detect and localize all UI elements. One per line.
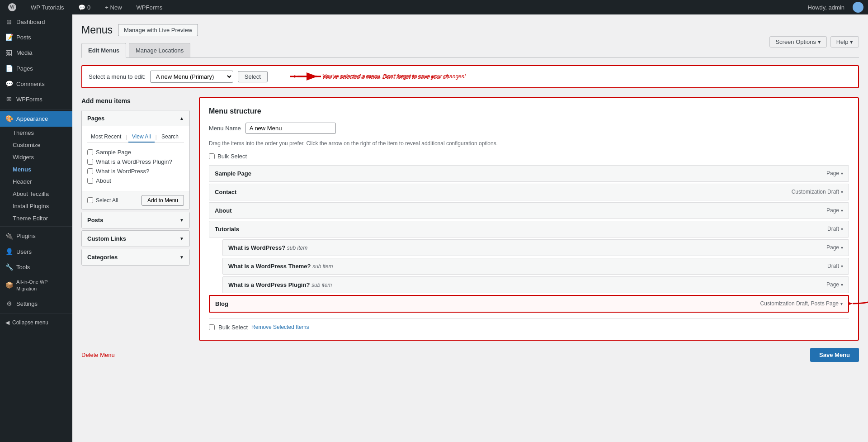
menu-name-input[interactable]	[245, 123, 336, 134]
custom-links-title: Custom Links	[87, 235, 126, 242]
menu-item-what-is-theme-label: What is a WordPress Theme? sub item	[228, 263, 333, 270]
select-all-checkbox[interactable]	[87, 197, 93, 203]
sidebar-item-header[interactable]: Header	[0, 176, 72, 188]
menu-item-what-is-plugin-chevron[interactable]: ▾	[841, 282, 843, 287]
select-menu-btn[interactable]: Select	[238, 71, 268, 82]
sidebar-item-widgets[interactable]: Widgets	[0, 151, 72, 163]
categories-accordion: Categories ▼	[81, 249, 190, 266]
menu-item-blog[interactable]: Blog Customization Draft, Posts Page ▾	[209, 295, 849, 313]
screen-options-btn[interactable]: Screen Options ▾	[769, 36, 826, 48]
custom-links-accordion: Custom Links ▼	[81, 230, 190, 247]
sidebar-label-dashboard: Dashboard	[16, 18, 45, 26]
add-menu-items-title: Add menu items	[81, 97, 190, 105]
menu-item-what-is-wordpress[interactable]: What is WordPress? sub item Page ▾	[222, 239, 849, 256]
menu-item-contact-chevron[interactable]: ▾	[841, 190, 843, 195]
wpforms-bar-link[interactable]: WPForms	[133, 2, 166, 13]
screen-options-label: Screen Options	[775, 38, 816, 45]
menu-item-contact-label: Contact	[215, 189, 236, 195]
menu-item-about[interactable]: About Page ▾	[209, 202, 849, 219]
tab-most-recent[interactable]: Most Recent	[87, 132, 125, 143]
menu-item-what-is-plugin-type: Page ▾	[826, 281, 843, 288]
sidebar-item-comments[interactable]: 💬 Comments	[0, 76, 72, 92]
categories-accordion-header[interactable]: Categories ▼	[82, 249, 189, 265]
bulk-select-top-checkbox[interactable]	[209, 153, 215, 159]
sidebar-label-plugins: Plugins	[16, 232, 36, 240]
sidebar-label-posts-text: Posts	[16, 33, 31, 42]
bulk-select-bottom-label: Bulk Select	[218, 324, 248, 331]
pages-accordion-header[interactable]: Pages ▲	[82, 110, 189, 126]
tab-manage-locations[interactable]: Manage Locations	[129, 43, 190, 57]
tab-view-all[interactable]: View All	[128, 132, 155, 143]
sidebar-item-dashboard[interactable]: ⊞ Dashboard	[0, 14, 72, 30]
menu-item-sample-page-chevron[interactable]: ▾	[841, 171, 843, 176]
wpforms-icon: ✉	[5, 96, 13, 103]
sidebar-item-appearance[interactable]: 🎨 Appearance	[0, 111, 72, 127]
comments-link[interactable]: 💬 0	[75, 2, 94, 13]
menu-item-blog-chevron[interactable]: ▾	[840, 301, 843, 306]
collapse-menu-btn[interactable]: ◀ Collapse menu	[0, 316, 72, 329]
sidebar-label-tools: Tools	[16, 263, 30, 271]
tab-nav: Edit Menus Manage Locations	[81, 43, 859, 58]
menu-item-what-is-wordpress-chevron[interactable]: ▾	[841, 245, 843, 250]
sidebar-item-menus[interactable]: Menus	[0, 163, 72, 176]
sidebar-item-about-teczilla[interactable]: About Teczilla	[0, 188, 72, 200]
sidebar-item-wpforms[interactable]: ✉ WPForms	[0, 92, 72, 107]
sidebar-item-pages[interactable]: 📄 Pages	[0, 61, 72, 76]
bulk-select-top-row: Bulk Select	[209, 153, 849, 160]
menu-item-tutorials[interactable]: Tutorials Draft ▾	[209, 221, 849, 238]
menu-item-what-is-theme-chevron[interactable]: ▾	[841, 264, 843, 269]
posts-accordion-title: Posts	[87, 217, 103, 223]
page-checkbox-about[interactable]	[87, 178, 93, 184]
page-checkbox-wp-plugin[interactable]	[87, 159, 93, 165]
page-checkbox-wp[interactable]	[87, 168, 93, 174]
sidebar-item-themes[interactable]: Themes	[0, 127, 72, 139]
sidebar-item-plugins[interactable]: 🔌 Plugins	[0, 228, 72, 244]
menu-item-what-is-plugin[interactable]: What is a WordPress Plugin? sub item Pag…	[222, 276, 849, 293]
sidebar-item-settings[interactable]: ⚙ Settings	[0, 296, 72, 312]
custom-links-accordion-header[interactable]: Custom Links ▼	[82, 231, 189, 247]
menu-item-sample-page-type: Page ▾	[826, 170, 843, 176]
help-btn[interactable]: Help ▾	[830, 36, 859, 48]
menu-item-about-chevron[interactable]: ▾	[841, 208, 843, 213]
add-to-menu-btn[interactable]: Add to Menu	[142, 195, 184, 206]
sidebar-item-posts[interactable]: 📝 Dashboard Posts	[0, 30, 72, 45]
posts-chevron-icon: ▼	[179, 218, 184, 223]
menu-item-contact-type: Customization Draft ▾	[792, 189, 843, 195]
user-avatar[interactable]	[853, 2, 863, 13]
save-menu-btn[interactable]: Save Menu	[810, 348, 859, 362]
page-checkbox-sample[interactable]	[87, 149, 93, 155]
sidebar-item-media[interactable]: 🖼 Media	[0, 45, 72, 61]
tab-search[interactable]: Search	[158, 132, 182, 143]
manage-live-preview-btn[interactable]: Manage with Live Preview	[118, 24, 198, 36]
sidebar-item-customize[interactable]: Customize	[0, 139, 72, 151]
bulk-select-bottom-checkbox[interactable]	[209, 324, 215, 330]
page-header: Menus Manage with Live Preview	[81, 24, 859, 37]
wp-logo[interactable]: W	[5, 1, 20, 13]
sidebar-item-install-plugins[interactable]: Install Plugins	[0, 200, 72, 212]
posts-icon: 📝	[5, 34, 13, 41]
all-in-one-icon: 📦	[5, 282, 13, 289]
page-item-about: About	[87, 176, 184, 185]
menu-item-what-is-theme-sub: sub item	[312, 263, 333, 270]
sidebar-item-tools[interactable]: 🔧 Tools	[0, 260, 72, 275]
sidebar-item-theme-editor[interactable]: Theme Editor	[0, 212, 72, 224]
tab-edit-menus[interactable]: Edit Menus	[81, 43, 126, 58]
posts-accordion: Posts ▼	[81, 212, 190, 228]
remove-selected-link[interactable]: Remove Selected Items	[251, 324, 309, 330]
menu-item-contact[interactable]: Contact Customization Draft ▾	[209, 184, 849, 200]
menu-item-tutorials-chevron[interactable]: ▾	[841, 227, 843, 232]
menu-item-what-is-theme[interactable]: What is a WordPress Theme? sub item Draf…	[222, 258, 849, 275]
top-right-buttons: Screen Options ▾ Help ▾	[769, 36, 859, 48]
new-content-btn[interactable]: + New	[101, 2, 125, 13]
delete-menu-link[interactable]: Delete Menu	[81, 352, 115, 358]
posts-accordion-header[interactable]: Posts ▼	[82, 212, 189, 228]
admin-sidebar: ⊞ Dashboard 📝 Dashboard Posts 🖼 Media 📄 …	[0, 14, 72, 442]
sidebar-label-settings: Settings	[16, 300, 38, 308]
menu-select-dropdown[interactable]: A new Menu (Primary)	[150, 71, 233, 83]
menu-item-sample-page[interactable]: Sample Page Page ▾	[209, 165, 849, 182]
pages-accordion-footer: Select All Add to Menu	[82, 191, 189, 209]
blog-red-arrow	[848, 290, 868, 317]
sidebar-item-users[interactable]: 👤 Users	[0, 244, 72, 260]
site-name[interactable]: WP Tutorials	[27, 2, 67, 13]
sidebar-item-all-in-one[interactable]: 📦 All-in-One WP Migration	[0, 275, 72, 296]
